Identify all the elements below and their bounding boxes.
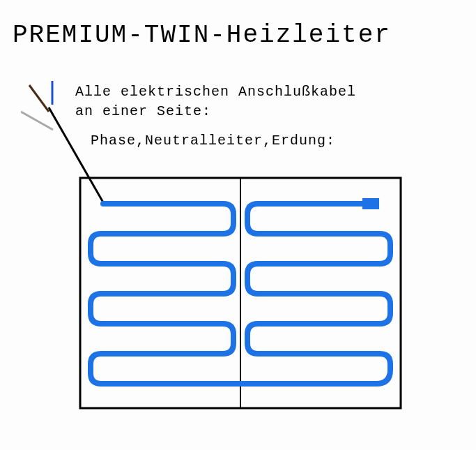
svg-line-0 bbox=[29, 85, 49, 112]
svg-line-2 bbox=[21, 112, 53, 130]
feed-cable bbox=[49, 107, 103, 202]
cable-end-terminator bbox=[362, 198, 379, 209]
diagram-title: PREMIUM-TWIN-Heizleiter bbox=[13, 21, 391, 50]
heating-mat-diagram bbox=[21, 77, 453, 440]
lead-wires bbox=[21, 81, 53, 130]
